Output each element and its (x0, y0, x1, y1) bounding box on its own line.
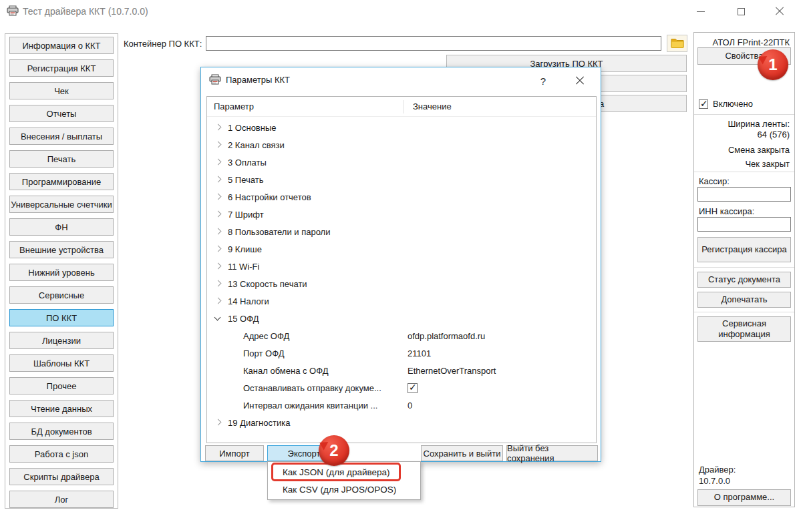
tree-row[interactable]: Порт ОФД21101 (207, 344, 596, 362)
tree-row[interactable]: 14 Налоги (207, 292, 596, 310)
cashier-label: Кассир: (699, 176, 730, 186)
menu-item[interactable]: Как CSV (для JPOS/OPOS) (268, 481, 420, 498)
tree-row[interactable]: 2 Канал связи (207, 136, 596, 154)
chevron-down-icon[interactable] (212, 313, 224, 324)
window-title: Тест драйвера ККТ (10.7.0.0) (23, 6, 148, 17)
sidebar-button[interactable]: Регистрация ККТ (9, 59, 114, 77)
about-button[interactable]: О программе... (697, 489, 791, 506)
tree-row[interactable]: 11 Wi-Fi (207, 258, 596, 275)
chevron-right-icon[interactable] (212, 226, 224, 237)
sidebar-button[interactable]: ФН (9, 218, 114, 236)
sidebar-button[interactable]: БД документов (9, 423, 114, 440)
save-and-exit-button[interactable]: Сохранить и выйти (421, 445, 503, 461)
sidebar-button[interactable]: Универсальные счетчики (9, 196, 114, 213)
tree-row[interactable]: 13 Скорость печати (207, 275, 596, 292)
separator (694, 114, 794, 115)
exit-without-saving-button[interactable]: Выйти без сохранения (506, 445, 598, 461)
tree-param-label: 11 Wi-Fi (228, 262, 259, 272)
import-button[interactable]: Импорт (205, 445, 264, 461)
dialog-help-button[interactable]: ? (535, 73, 551, 89)
chevron-right-icon[interactable] (212, 174, 224, 185)
tree-param-value: 21101 (408, 344, 431, 362)
sidebar-button[interactable]: Программирование (9, 173, 114, 190)
tree-param-label: 8 Пользователи и пароли (228, 227, 330, 237)
container-po-kkt-input[interactable] (206, 36, 661, 51)
sidebar-button[interactable]: Нижний уровень (9, 264, 114, 281)
sidebar-button[interactable]: Сервисные (9, 286, 114, 304)
tree-row[interactable]: Интервал ожидания квитанции ...0 (207, 396, 596, 414)
browse-folder-button[interactable] (667, 35, 687, 52)
cashier-input[interactable] (697, 187, 791, 202)
chevron-right-icon[interactable] (212, 122, 224, 133)
sidebar-button[interactable]: Скрипты драйвера (9, 468, 114, 485)
left-panel: Информация о ККТРегистрация ККТЧекОтчеты… (5, 33, 118, 509)
dialog-close-button[interactable] (570, 71, 590, 90)
tree-row[interactable]: Адрес ОФДofdp.platformaofd.ru (207, 327, 596, 344)
tree-param-label: 1 Основные (228, 123, 277, 133)
sidebar-button[interactable]: Прочее (9, 377, 114, 394)
chevron-right-icon[interactable] (212, 209, 224, 220)
close-button[interactable] (765, 1, 794, 21)
tree-row[interactable]: 1 Основные (207, 119, 596, 136)
enabled-checkbox[interactable]: Включено (699, 99, 753, 109)
register-cashier-button[interactable]: Регистрация кассира (697, 237, 791, 262)
sidebar-button[interactable]: Внешние устройства (9, 241, 114, 258)
tree-row[interactable]: 8 Пользователи и пароли (207, 223, 596, 240)
receipt-status: Чек закрыт (745, 159, 790, 169)
tree-row[interactable]: Канал обмена с ОФДEthernetOverTransport (207, 362, 596, 379)
close-icon (575, 76, 585, 85)
chevron-right-icon[interactable] (212, 261, 224, 272)
tree-row[interactable]: 7 Шрифт (207, 206, 596, 223)
sidebar-button[interactable]: Чтение данных (9, 400, 114, 417)
sidebar-button[interactable]: Информация о ККТ (9, 37, 114, 54)
service-info-button[interactable]: Сервисная информация (697, 316, 791, 342)
checkbox-icon[interactable] (699, 99, 708, 109)
minimize-button[interactable] (686, 1, 715, 21)
service-info-label: Сервисная информация (698, 318, 790, 340)
tree-row[interactable]: 5 Печать (207, 171, 596, 188)
sidebar-button[interactable]: Работа с json (9, 445, 114, 463)
chevron-right-icon[interactable] (212, 244, 224, 254)
device-name: АТОЛ FPrint-22ПТК (713, 37, 790, 47)
sidebar-button[interactable]: Внесения / выплаты (9, 127, 114, 145)
sidebar-button[interactable]: Шаблоны ККТ (9, 354, 114, 372)
tree-row[interactable]: Останавливать отправку докуме... (207, 379, 596, 396)
chevron-right-icon[interactable] (212, 140, 224, 150)
chevron-right-icon[interactable] (212, 192, 224, 202)
chevron-right-icon[interactable] (212, 157, 224, 168)
tree-param-label: Адрес ОФД (243, 331, 289, 341)
cashier-inn-input[interactable] (697, 217, 791, 232)
sidebar-button[interactable]: Лог (9, 491, 114, 508)
tape-width-value: 64 (576) (758, 129, 790, 140)
sidebar-button[interactable]: Печать (9, 150, 114, 168)
sidebar-button[interactable]: Отчеты (9, 105, 114, 122)
chevron-right-icon[interactable] (212, 278, 224, 289)
maximize-button[interactable] (726, 1, 756, 21)
tree-param-value[interactable] (408, 379, 418, 396)
sidebar-button[interactable]: Лицензии (9, 332, 114, 349)
cashier-inn-label: ИНН кассира: (699, 206, 754, 216)
printer-icon (7, 5, 19, 18)
tree-row[interactable]: 15 ОФД (207, 310, 596, 327)
driver-label: Драйвер: (699, 465, 736, 475)
param-tree: Параметр Значение 1 Основные2 Канал связ… (206, 96, 597, 443)
tree-param-label: 9 Клише (228, 244, 262, 254)
tree-row[interactable]: 9 Клише (207, 240, 596, 258)
sidebar-button[interactable]: Чек (9, 82, 114, 99)
right-panel: АТОЛ FPrint-22ПТК Свойства Включено Шири… (693, 32, 795, 507)
callout-badge-2: 2 (319, 435, 349, 466)
chevron-right-icon[interactable] (212, 296, 224, 306)
export-label: Экспорт (288, 449, 321, 459)
tree-row[interactable]: 3 Оплаты (207, 154, 596, 171)
tree-param-label: 7 Шрифт (228, 210, 264, 220)
value-column-header: Значение (413, 101, 452, 111)
checkbox-icon[interactable] (408, 383, 418, 393)
reprint-button[interactable]: Допечатать (697, 292, 791, 308)
chevron-right-icon[interactable] (212, 417, 224, 428)
column-divider[interactable] (403, 100, 404, 113)
tree-row[interactable]: 19 Диагностика (207, 414, 596, 431)
tree-row[interactable]: 6 Настройки отчетов (207, 188, 596, 206)
document-status-button[interactable]: Статус документа (697, 272, 791, 288)
enabled-checkbox-label: Включено (713, 99, 753, 109)
sidebar-button[interactable]: ПО ККТ (9, 309, 114, 326)
